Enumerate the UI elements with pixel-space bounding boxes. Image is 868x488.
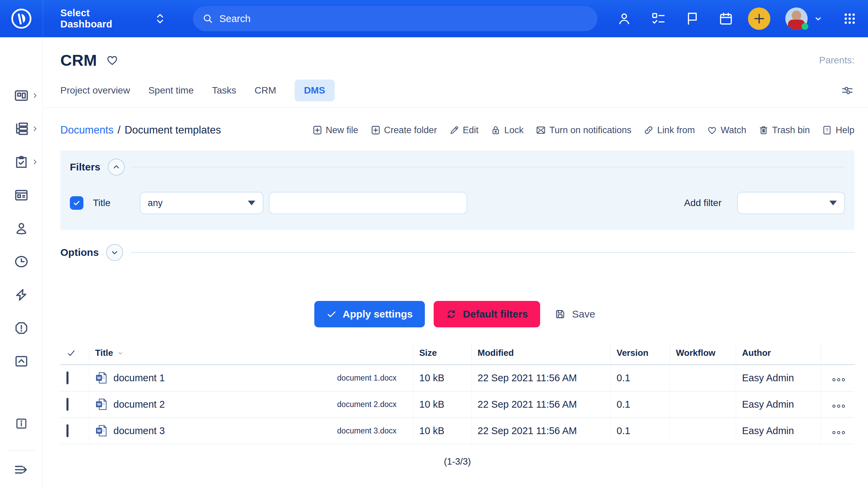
flag-icon[interactable] <box>685 12 699 26</box>
account-menu-chevron-icon[interactable] <box>813 14 823 24</box>
options-expand-button[interactable] <box>106 244 123 261</box>
filters-title: Filters <box>70 161 100 173</box>
tab-crm[interactable]: CRM <box>255 80 276 101</box>
column-header-size[interactable]: Size <box>413 342 471 365</box>
section-divider <box>43 107 868 108</box>
check-icon <box>66 348 84 358</box>
row-checkbox[interactable] <box>66 371 68 384</box>
plus-square-icon <box>371 125 381 135</box>
add-filter-label: Add filter <box>684 198 722 208</box>
checklist-icon[interactable] <box>651 12 665 26</box>
filters-collapse-button[interactable] <box>108 159 125 176</box>
document-author: Easy Admin <box>736 391 821 418</box>
page-title: CRM <box>60 51 97 69</box>
title-filter-value-input[interactable] <box>269 192 467 214</box>
row-context-menu[interactable] <box>831 399 845 410</box>
sidebar-item-cards[interactable] <box>0 188 42 203</box>
row-checkbox[interactable] <box>66 424 68 437</box>
svg-text:W: W <box>97 376 101 380</box>
document-workflow <box>670 391 736 418</box>
plus-icon <box>753 13 765 25</box>
column-header-author[interactable]: Author <box>736 342 821 365</box>
tab-project-overview[interactable]: Project overview <box>60 80 130 101</box>
column-header-modified[interactable]: Modified <box>471 342 610 365</box>
main-content: CRM Parents: Project overview Spent time… <box>43 37 868 488</box>
title-filter-label: Title <box>93 198 111 208</box>
apply-settings-button[interactable]: Apply settings <box>314 301 425 327</box>
word-file-icon: W <box>95 425 107 437</box>
create-new-button[interactable] <box>748 7 770 30</box>
title-filter-checkbox[interactable] <box>70 196 83 210</box>
column-header-workflow[interactable]: Workflow <box>670 342 736 365</box>
user-icon <box>14 221 29 236</box>
document-author: Easy Admin <box>736 365 821 391</box>
title-operator-select[interactable]: any <box>140 192 263 214</box>
sidebar-item-tasks[interactable] <box>0 155 42 169</box>
save-button[interactable]: Save <box>549 301 600 327</box>
default-filters-button[interactable]: Default filters <box>434 301 540 327</box>
tab-dms[interactable]: DMS <box>295 80 335 101</box>
heart-icon <box>707 125 717 135</box>
help-button[interactable]: ? Help <box>822 125 854 136</box>
document-title-link[interactable]: document 1 <box>114 372 165 384</box>
app-logo[interactable] <box>0 8 43 29</box>
dashboard-selector[interactable]: Select Dashboard <box>60 7 165 30</box>
search-input[interactable] <box>219 13 525 24</box>
sidebar-item-info[interactable] <box>0 416 42 431</box>
pagination-info: (1-3/3) <box>60 456 854 467</box>
sidebar-collapse-button[interactable] <box>0 462 42 477</box>
row-context-menu[interactable] <box>831 425 845 436</box>
breadcrumb-documents-link[interactable]: Documents <box>60 124 114 136</box>
calendar-icon[interactable] <box>719 12 733 26</box>
svg-text:?: ? <box>826 127 828 133</box>
tab-spent-time[interactable]: Spent time <box>148 80 194 101</box>
edit-button[interactable]: Edit <box>449 125 479 136</box>
column-header-title[interactable]: Title <box>89 342 413 365</box>
column-header-version[interactable]: Version <box>610 342 670 365</box>
tab-tasks[interactable]: Tasks <box>212 80 236 101</box>
lock-button[interactable]: Lock <box>491 125 524 136</box>
notifications-button[interactable]: Turn on notifications <box>536 125 631 136</box>
add-filter-select[interactable] <box>737 192 845 214</box>
search-icon <box>202 13 213 24</box>
sidebar-item-upgrade[interactable] <box>0 354 42 369</box>
sidebar-item-alerts[interactable] <box>0 321 42 336</box>
breadcrumb: Documents / Document templates <box>60 124 221 136</box>
document-version: 0.1 <box>610 418 670 444</box>
chevron-right-icon <box>32 159 38 165</box>
trash-bin-button[interactable]: Trash bin <box>758 125 810 136</box>
filter-sliders-icon[interactable] <box>840 83 854 98</box>
create-folder-button[interactable]: Create folder <box>371 125 437 136</box>
lock-label: Lock <box>504 125 524 136</box>
sidebar-item-quick-actions[interactable] <box>0 287 42 302</box>
watch-button[interactable]: Watch <box>707 125 746 136</box>
document-filename: document 2.docx <box>337 400 408 409</box>
sidebar <box>0 37 43 488</box>
global-search[interactable] <box>193 6 597 31</box>
easy-software-logo-icon <box>11 8 32 29</box>
row-context-menu[interactable] <box>831 372 845 384</box>
select-all-header[interactable] <box>60 342 89 365</box>
document-modified: 22 Sep 2021 11:56 AM <box>471 365 610 391</box>
apps-grid-icon[interactable] <box>843 12 856 25</box>
upgrade-box-icon <box>14 354 29 369</box>
sidebar-item-project-tree[interactable] <box>0 121 42 136</box>
chevron-right-icon <box>32 92 38 99</box>
favorite-heart-icon[interactable] <box>106 54 119 66</box>
document-version: 0.1 <box>610 365 670 391</box>
document-title-link[interactable]: document 3 <box>114 425 165 436</box>
document-title-link[interactable]: document 2 <box>114 399 165 410</box>
new-file-button[interactable]: New file <box>312 125 358 136</box>
trash-bin-label: Trash bin <box>772 125 810 136</box>
sidebar-item-dashboard[interactable] <box>0 88 42 103</box>
link-from-button[interactable]: Link from <box>644 125 695 136</box>
options-rule <box>131 252 854 253</box>
sidebar-item-time[interactable] <box>0 254 42 269</box>
sidebar-item-users[interactable] <box>0 221 42 236</box>
user-icon[interactable] <box>617 12 631 26</box>
table-row: W document 1 document 1.docx 10 kB 22 Se… <box>60 365 854 391</box>
row-checkbox[interactable] <box>66 398 68 411</box>
avatar[interactable] <box>785 7 808 30</box>
check-icon <box>73 199 81 207</box>
online-status-dot <box>802 23 808 30</box>
